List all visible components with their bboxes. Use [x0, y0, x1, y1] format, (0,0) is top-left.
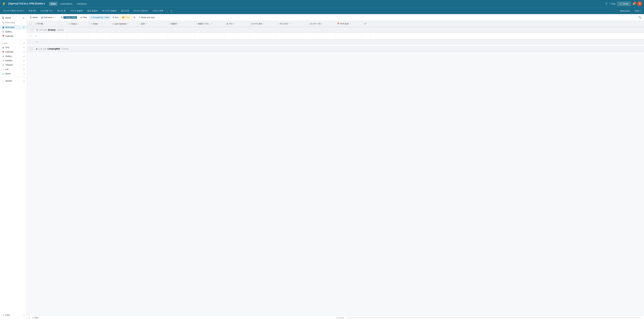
add-row-button-empty[interactable]: + — [35, 40, 38, 44]
col-tagline[interactable]: ≡ 태그라인 ▾ — [277, 21, 307, 27]
row-1-desc[interactable] — [138, 33, 168, 39]
row-1-schedule[interactable] — [336, 33, 362, 39]
notification-button[interactable]: 🔔 1 — [632, 2, 636, 5]
col-title[interactable]: ≡ 타이틀 ▾ — [34, 21, 67, 27]
col-link[interactable]: 🔗 — [362, 21, 371, 27]
row-1-link[interactable] — [362, 33, 371, 39]
color-button[interactable]: 🎨 Color — [120, 16, 132, 20]
row-1-tagline[interactable] — [277, 33, 307, 39]
col-caption[interactable]: ≡ 인스타 캡션 ▾ — [248, 21, 277, 27]
sidebar-item-calendar[interactable]: 📅 Calendar — [0, 34, 27, 38]
row-1-status[interactable] — [67, 33, 89, 39]
col-status[interactable]: ◎ Status ▾ — [67, 21, 89, 27]
share-button[interactable]: 🔗 Share — [617, 2, 631, 6]
help-button[interactable]: ? Help — [609, 3, 616, 5]
tab-service-list[interactable]: 서비스 목록 — [150, 9, 165, 13]
tab-tagline-template[interactable]: 태그라인 템플릿 — [100, 9, 119, 13]
col-state[interactable]: ◎ State ▾ — [89, 21, 111, 27]
sidebar-settings-button[interactable]: ⚙ — [23, 17, 25, 19]
sidebar-search-input[interactable] — [5, 22, 25, 24]
add-record-button[interactable]: + — [28, 317, 30, 319]
second-nav: 인스타 자동화 데이터 ▾ 회원 DB 인스타랭 카드 목소리 톤 이미지 템플… — [0, 8, 644, 14]
add-gallery-button[interactable]: + — [23, 55, 25, 58]
col-insta-photo-sort: ▾ — [322, 23, 323, 25]
hidden-fields-button[interactable]: 👁 7 hidden fields — [59, 16, 78, 19]
horizontal-scrollbar[interactable] — [347, 317, 641, 318]
add-grid-button[interactable]: + — [23, 46, 25, 49]
col-insta-photo[interactable]: ≡ 인스타 사진 ▾ — [307, 21, 336, 27]
sidebar-create-section[interactable]: — Section + — [0, 79, 27, 83]
row-1-state[interactable] — [89, 33, 111, 39]
sidebar-item-gallery[interactable]: ⊞ Gallery — [0, 30, 27, 34]
row-height-button[interactable]: ⊟ — [132, 16, 136, 19]
sidebar-create-section[interactable]: Create... ▾ — [0, 41, 27, 45]
add-kanban-button[interactable]: + — [23, 59, 25, 62]
group-empty-checkbox[interactable] — [31, 29, 33, 31]
share-sync-button[interactable]: ↗ Share and sync — [137, 16, 156, 19]
extensions-button[interactable]: Extensions — [618, 9, 632, 13]
row-1-template[interactable] — [168, 33, 194, 39]
more-tabs-button[interactable]: › — [166, 9, 169, 13]
col-photo[interactable]: ▣ 사진 ▾ — [225, 21, 248, 27]
row-1-checkbox[interactable] — [29, 35, 31, 37]
group-camping-checkbox[interactable] — [31, 48, 33, 50]
tab-reference[interactable]: 참고자료 — [119, 9, 131, 13]
tab-insta-auto[interactable]: 인스타 자동화 데이터 ▾ — [1, 9, 26, 13]
sidebar-create-grid[interactable]: ▦ Grid + — [0, 45, 27, 50]
ai-assist-button[interactable]: ⬡ Add... — [32, 317, 40, 319]
add-list-button[interactable]: + — [23, 68, 25, 71]
col-lastupdated[interactable]: A Last Updated ▾ — [111, 21, 138, 27]
sort-button[interactable]: ⇅ Sort — [111, 16, 120, 19]
tab-image-template[interactable]: 이미지 템플릿 — [68, 9, 85, 13]
avatar[interactable]: U — [637, 1, 642, 6]
col-template-prev[interactable]: ≡ 템플릿 미리... ▾ — [194, 21, 225, 27]
add-tab-button[interactable]: + — [170, 9, 174, 13]
group-button[interactable]: ≡ Grouped by 1 field — [89, 16, 110, 20]
col-schedule[interactable]: 📅 예약 일정 ▾ — [336, 21, 362, 27]
sidebar-create-gantt[interactable]: ▬ Gantt + — [0, 72, 27, 76]
tab-automations[interactable]: Automations — [58, 2, 74, 6]
group-empty-chevron[interactable]: ▼ — [36, 29, 38, 31]
add-timeline-button[interactable]: + — [23, 64, 25, 66]
sidebar-create-form[interactable]: ⊡ Form + — [0, 313, 27, 317]
row-1-photo[interactable] — [225, 33, 248, 39]
tab-caption-template[interactable]: 캡션 템플릿 — [85, 9, 100, 13]
history-button[interactable]: ⏱ — [605, 2, 608, 5]
row-1-insta-photo[interactable] — [307, 33, 336, 39]
sidebar-create-list[interactable]: ≡ List + — [0, 67, 27, 72]
tab-interfaces[interactable]: Interfaces — [75, 2, 88, 6]
search-button[interactable]: 🔍 — [638, 15, 642, 20]
group-camping-chevron[interactable]: ▶ — [36, 48, 38, 50]
tab-media-download[interactable]: 미디어 다운로드 — [132, 9, 150, 13]
add-section-button[interactable]: + — [23, 80, 25, 82]
add-calendar-button[interactable]: + — [23, 51, 25, 53]
row-checkbox[interactable] — [27, 33, 34, 39]
col-desc[interactable]: ≡ 설명 ▾ — [138, 21, 168, 27]
tab-data[interactable]: Data — [49, 2, 58, 6]
sidebar-create-gallery[interactable]: ⊞ Gallery + — [0, 54, 27, 59]
row-1-template-prev[interactable] — [194, 33, 225, 39]
header-checkbox[interactable] — [27, 21, 34, 27]
add-gantt-button[interactable]: + — [23, 72, 25, 75]
tools-button[interactable]: Tools ▾ — [632, 9, 643, 13]
row-expand-button[interactable]: ↗ — [35, 35, 37, 37]
row-1-title[interactable]: ↗ — [34, 33, 67, 39]
project-title[interactable]: [Agency] 카드뉴스 ATM (Guide) ▾ — [8, 2, 45, 5]
sidebar-item-grid[interactable]: ▦ Grid view ✓ — [0, 25, 27, 30]
toggle-sidebar-button[interactable]: ☰ Views — [28, 16, 39, 19]
add-form-button[interactable]: + — [23, 314, 25, 316]
tab-member-db[interactable]: 회원 DB — [26, 9, 38, 13]
sidebar-create-timeline[interactable]: ⊟ Timeline + — [0, 63, 27, 67]
row-1-lastupdated[interactable] — [111, 33, 138, 39]
col-template[interactable]: ≡ 템플릿 ▾ — [168, 21, 194, 27]
filter-button[interactable]: ⊟ Filter — [79, 16, 88, 19]
select-all-checkbox[interactable] — [29, 23, 31, 25]
sidebar-create-kanban[interactable]: ⊟ Kanban + — [0, 59, 27, 63]
grid-view-button[interactable]: ▦ Grid view ▾ ⤢ — [40, 16, 57, 19]
table-wrapper[interactable]: ≡ 타이틀 ▾ ◎ Status ▾ ◎ State ▾ — [27, 21, 644, 315]
row-1-caption[interactable] — [248, 33, 277, 39]
tab-script[interactable]: 목소리 톤 — [55, 9, 68, 13]
top-nav-tabs: Data Automations Interfaces — [49, 2, 89, 6]
tab-insta-card[interactable]: 인스타랭 카드 — [38, 9, 55, 13]
sidebar-create-calendar[interactable]: 📅 Calendar + — [0, 50, 27, 54]
